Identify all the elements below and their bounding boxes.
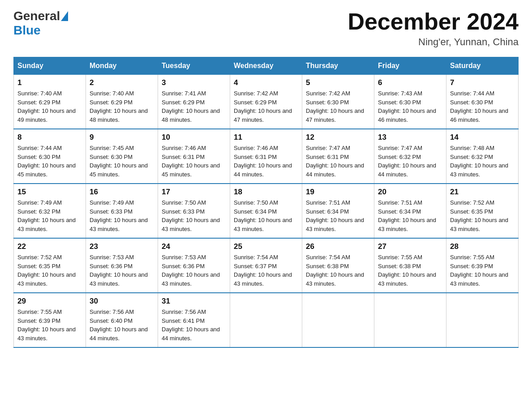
calendar-cell — [446, 293, 519, 347]
day-info: Sunrise: 7:49 AMSunset: 6:32 PMDaylight:… — [17, 199, 76, 232]
day-info: Sunrise: 7:47 AMSunset: 6:31 PMDaylight:… — [306, 145, 364, 178]
calendar-cell: 19Sunrise: 7:51 AMSunset: 6:34 PMDayligh… — [302, 184, 374, 238]
calendar-cell: 7Sunrise: 7:44 AMSunset: 6:30 PMDaylight… — [446, 75, 519, 129]
day-number: 1 — [17, 78, 82, 87]
calendar-cell: 27Sunrise: 7:55 AMSunset: 6:38 PMDayligh… — [374, 238, 446, 293]
col-header-saturday: Saturday — [446, 57, 519, 75]
logo-general-text: General — [13, 9, 60, 23]
day-info: Sunrise: 7:52 AMSunset: 6:35 PMDaylight:… — [450, 199, 508, 232]
day-info: Sunrise: 7:40 AMSunset: 6:29 PMDaylight:… — [90, 90, 148, 123]
day-number: 21 — [450, 188, 515, 197]
day-info: Sunrise: 7:43 AMSunset: 6:30 PMDaylight:… — [378, 90, 436, 123]
col-header-tuesday: Tuesday — [158, 57, 230, 75]
calendar-cell: 11Sunrise: 7:46 AMSunset: 6:31 PMDayligh… — [230, 129, 302, 184]
day-info: Sunrise: 7:55 AMSunset: 6:39 PMDaylight:… — [17, 308, 76, 342]
calendar-cell: 30Sunrise: 7:56 AMSunset: 6:40 PMDayligh… — [86, 293, 158, 347]
location: Ning'er, Yunnan, China — [348, 36, 519, 48]
calendar-cell: 26Sunrise: 7:54 AMSunset: 6:38 PMDayligh… — [302, 238, 374, 293]
calendar-cell: 8Sunrise: 7:44 AMSunset: 6:30 PMDaylight… — [14, 129, 86, 184]
day-info: Sunrise: 7:45 AMSunset: 6:30 PMDaylight:… — [90, 145, 148, 178]
day-info: Sunrise: 7:54 AMSunset: 6:37 PMDaylight:… — [234, 254, 292, 287]
day-info: Sunrise: 7:41 AMSunset: 6:29 PMDaylight:… — [162, 90, 220, 123]
calendar-week-row: 29Sunrise: 7:55 AMSunset: 6:39 PMDayligh… — [14, 293, 519, 347]
day-info: Sunrise: 7:46 AMSunset: 6:31 PMDaylight:… — [162, 145, 220, 178]
day-info: Sunrise: 7:55 AMSunset: 6:38 PMDaylight:… — [378, 254, 436, 287]
col-header-wednesday: Wednesday — [230, 57, 302, 75]
day-info: Sunrise: 7:40 AMSunset: 6:29 PMDaylight:… — [17, 90, 76, 123]
calendar-cell: 21Sunrise: 7:52 AMSunset: 6:35 PMDayligh… — [446, 184, 519, 238]
day-info: Sunrise: 7:54 AMSunset: 6:38 PMDaylight:… — [306, 254, 364, 287]
calendar-cell: 3Sunrise: 7:41 AMSunset: 6:29 PMDaylight… — [158, 75, 230, 129]
page-header: General Blue December 2024 Ning'er, Yunn… — [13, 9, 519, 48]
calendar-cell: 10Sunrise: 7:46 AMSunset: 6:31 PMDayligh… — [158, 129, 230, 184]
calendar-cell: 9Sunrise: 7:45 AMSunset: 6:30 PMDaylight… — [86, 129, 158, 184]
day-number: 3 — [162, 78, 226, 87]
day-info: Sunrise: 7:48 AMSunset: 6:32 PMDaylight:… — [450, 145, 508, 178]
day-number: 9 — [90, 133, 154, 142]
calendar-cell: 6Sunrise: 7:43 AMSunset: 6:30 PMDaylight… — [374, 75, 446, 129]
day-number: 11 — [234, 133, 298, 142]
calendar-cell: 4Sunrise: 7:42 AMSunset: 6:29 PMDaylight… — [230, 75, 302, 129]
calendar-cell — [374, 293, 446, 347]
day-number: 30 — [90, 297, 154, 306]
month-title: December 2024 — [348, 9, 519, 34]
header-right: December 2024 Ning'er, Yunnan, China — [348, 9, 519, 48]
calendar-week-row: 15Sunrise: 7:49 AMSunset: 6:32 PMDayligh… — [14, 184, 519, 238]
day-number: 23 — [90, 242, 154, 251]
day-number: 29 — [17, 297, 82, 306]
day-info: Sunrise: 7:55 AMSunset: 6:39 PMDaylight:… — [450, 254, 508, 287]
day-info: Sunrise: 7:46 AMSunset: 6:31 PMDaylight:… — [234, 145, 292, 178]
calendar-cell — [302, 293, 374, 347]
day-info: Sunrise: 7:47 AMSunset: 6:32 PMDaylight:… — [378, 145, 436, 178]
calendar-cell: 29Sunrise: 7:55 AMSunset: 6:39 PMDayligh… — [14, 293, 86, 347]
day-number: 16 — [90, 188, 154, 197]
day-number: 28 — [450, 242, 515, 251]
calendar-cell: 22Sunrise: 7:52 AMSunset: 6:35 PMDayligh… — [14, 238, 86, 293]
day-number: 12 — [306, 133, 370, 142]
day-number: 31 — [162, 297, 226, 306]
day-number: 2 — [90, 78, 154, 87]
col-header-monday: Monday — [86, 57, 158, 75]
calendar-cell: 20Sunrise: 7:51 AMSunset: 6:34 PMDayligh… — [374, 184, 446, 238]
day-number: 4 — [234, 78, 298, 87]
calendar-cell: 12Sunrise: 7:47 AMSunset: 6:31 PMDayligh… — [302, 129, 374, 184]
day-info: Sunrise: 7:51 AMSunset: 6:34 PMDaylight:… — [378, 199, 436, 232]
calendar-cell: 24Sunrise: 7:53 AMSunset: 6:36 PMDayligh… — [158, 238, 230, 293]
day-number: 15 — [17, 188, 82, 197]
day-number: 19 — [306, 188, 370, 197]
day-number: 14 — [450, 133, 515, 142]
day-info: Sunrise: 7:52 AMSunset: 6:35 PMDaylight:… — [17, 254, 76, 287]
calendar-cell: 5Sunrise: 7:42 AMSunset: 6:30 PMDaylight… — [302, 75, 374, 129]
calendar-cell: 31Sunrise: 7:56 AMSunset: 6:41 PMDayligh… — [158, 293, 230, 347]
day-number: 7 — [450, 78, 515, 87]
day-info: Sunrise: 7:49 AMSunset: 6:33 PMDaylight:… — [90, 199, 148, 232]
day-info: Sunrise: 7:53 AMSunset: 6:36 PMDaylight:… — [90, 254, 148, 287]
calendar-table: SundayMondayTuesdayWednesdayThursdayFrid… — [13, 57, 519, 348]
day-number: 24 — [162, 242, 226, 251]
day-number: 27 — [378, 242, 442, 251]
col-header-sunday: Sunday — [14, 57, 86, 75]
calendar-cell: 17Sunrise: 7:50 AMSunset: 6:33 PMDayligh… — [158, 184, 230, 238]
calendar-week-row: 8Sunrise: 7:44 AMSunset: 6:30 PMDaylight… — [14, 129, 519, 184]
col-header-thursday: Thursday — [302, 57, 374, 75]
day-number: 20 — [378, 188, 442, 197]
day-info: Sunrise: 7:56 AMSunset: 6:40 PMDaylight:… — [90, 308, 148, 342]
day-number: 13 — [378, 133, 442, 142]
calendar-header-row: SundayMondayTuesdayWednesdayThursdayFrid… — [14, 57, 519, 75]
calendar-cell — [230, 293, 302, 347]
day-number: 18 — [234, 188, 298, 197]
calendar-cell: 25Sunrise: 7:54 AMSunset: 6:37 PMDayligh… — [230, 238, 302, 293]
day-info: Sunrise: 7:50 AMSunset: 6:34 PMDaylight:… — [234, 199, 292, 232]
day-info: Sunrise: 7:42 AMSunset: 6:29 PMDaylight:… — [234, 90, 292, 123]
calendar-week-row: 22Sunrise: 7:52 AMSunset: 6:35 PMDayligh… — [14, 238, 519, 293]
day-number: 5 — [306, 78, 370, 87]
logo-triangle-icon — [61, 11, 68, 21]
day-info: Sunrise: 7:42 AMSunset: 6:30 PMDaylight:… — [306, 90, 364, 123]
day-number: 26 — [306, 242, 370, 251]
calendar-cell: 16Sunrise: 7:49 AMSunset: 6:33 PMDayligh… — [86, 184, 158, 238]
day-info: Sunrise: 7:51 AMSunset: 6:34 PMDaylight:… — [306, 199, 364, 232]
calendar-cell: 14Sunrise: 7:48 AMSunset: 6:32 PMDayligh… — [446, 129, 519, 184]
calendar-cell: 2Sunrise: 7:40 AMSunset: 6:29 PMDaylight… — [86, 75, 158, 129]
day-info: Sunrise: 7:53 AMSunset: 6:36 PMDaylight:… — [162, 254, 220, 287]
calendar-week-row: 1Sunrise: 7:40 AMSunset: 6:29 PMDaylight… — [14, 75, 519, 129]
